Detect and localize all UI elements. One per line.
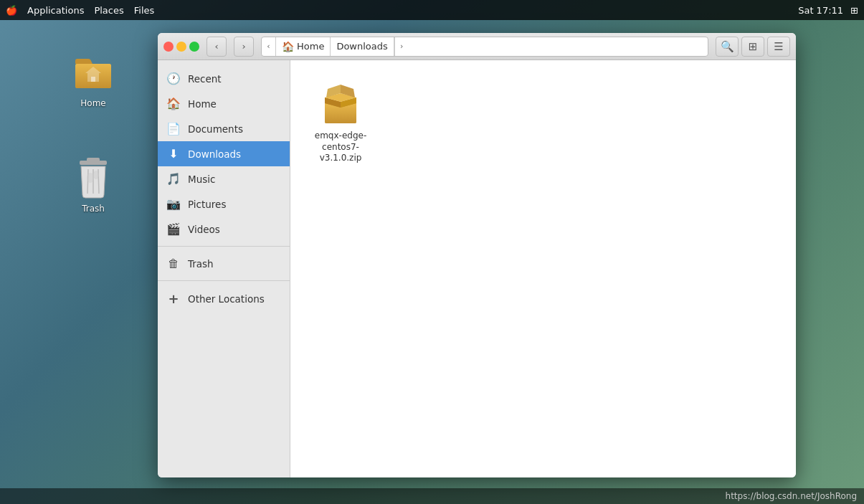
home-icon-label: Home — [77, 98, 108, 109]
svg-rect-4 — [91, 77, 95, 82]
breadcrumb-home-label: Home — [297, 41, 324, 52]
grid-view-button[interactable]: ⊞ — [741, 37, 764, 57]
zip-file-icon — [318, 80, 364, 126]
sidebar-item-music-label: Music — [188, 173, 215, 185]
sidebar-item-downloads-label: Downloads — [188, 148, 241, 160]
taskbar: 🍎 Applications Places Files Sat 17:11 ⊞ — [0, 0, 864, 20]
trash-icon-label: Trash — [79, 203, 108, 214]
breadcrumb-downloads-label: Downloads — [336, 41, 387, 52]
sidebar-item-recent-label: Recent — [188, 73, 222, 85]
home-folder-icon — [70, 49, 116, 95]
file-name-label: emqx-edge-centos7-v3.1.0.zip — [310, 130, 371, 164]
sidebar-item-documents-label: Documents — [188, 123, 243, 135]
sidebar-divider-2 — [158, 280, 290, 281]
sidebar: 🕐 Recent 🏠 Home 📄 Documents ⬇ Downloads … — [158, 60, 290, 477]
breadcrumb-downloads[interactable]: Downloads — [331, 37, 394, 56]
toolbar-icons: 🔍 ⊞ ☰ — [716, 37, 790, 57]
home-breadcrumb-icon: 🏠 — [282, 41, 294, 52]
maximize-button[interactable] — [189, 42, 199, 52]
close-button[interactable] — [163, 42, 174, 52]
file-item[interactable]: emqx-edge-centos7-v3.1.0.zip — [305, 75, 376, 170]
sidebar-divider — [158, 246, 290, 247]
search-icon: 🔍 — [721, 40, 734, 53]
home-sidebar-icon: 🏠 — [166, 97, 181, 110]
downloads-icon: ⬇ — [166, 147, 181, 161]
taskbar-places[interactable]: Places — [94, 5, 123, 16]
sidebar-item-videos-label: Videos — [188, 224, 220, 235]
back-button[interactable]: ‹ — [206, 37, 227, 57]
list-icon: ☰ — [774, 40, 783, 53]
url-text: https://blog.csdn.net/JoshRong — [726, 491, 857, 501]
taskbar-time: Sat 17:11 — [798, 5, 843, 16]
taskbar-applications[interactable]: Applications — [27, 5, 84, 16]
url-bar: https://blog.csdn.net/JoshRong — [0, 488, 864, 504]
title-bar: ‹ › ‹ 🏠 Home Downloads › 🔍 ⊞ ☰ — [158, 33, 796, 60]
trash-icon — [70, 154, 116, 200]
sidebar-item-pictures-label: Pictures — [188, 199, 226, 210]
sidebar-item-pictures[interactable]: 📷 Pictures — [158, 191, 290, 217]
breadcrumb-left-arrow[interactable]: ‹ — [262, 37, 276, 56]
grid-icon: ⊞ — [749, 40, 758, 53]
sidebar-item-other-locations-label: Other Locations — [188, 293, 265, 305]
network-icon: ⊞ — [850, 5, 858, 16]
sidebar-item-trash-label: Trash — [188, 258, 214, 270]
svg-point-10 — [87, 173, 94, 183]
taskbar-apple-icon[interactable]: 🍎 — [6, 5, 17, 16]
trash-sidebar-icon: 🗑 — [166, 257, 181, 270]
sidebar-item-home-label: Home — [188, 98, 217, 110]
svg-rect-6 — [87, 158, 100, 162]
main-content: 🕐 Recent 🏠 Home 📄 Documents ⬇ Downloads … — [158, 60, 796, 477]
sidebar-item-other-locations[interactable]: + Other Locations — [158, 285, 290, 312]
taskbar-files[interactable]: Files — [134, 5, 155, 16]
breadcrumb-bar: ‹ 🏠 Home Downloads › — [261, 37, 708, 57]
other-locations-icon: + — [166, 291, 181, 306]
breadcrumb-right-arrow[interactable]: › — [394, 37, 409, 56]
sidebar-item-documents[interactable]: 📄 Documents — [158, 116, 290, 141]
pictures-icon: 📷 — [166, 197, 181, 211]
documents-icon: 📄 — [166, 122, 181, 135]
svg-point-11 — [93, 171, 99, 179]
taskbar-left: 🍎 Applications Places Files — [6, 5, 154, 16]
videos-icon: 🎬 — [166, 222, 181, 236]
list-view-button[interactable]: ☰ — [767, 37, 790, 57]
forward-button[interactable]: › — [234, 37, 254, 57]
breadcrumb-home[interactable]: 🏠 Home — [276, 37, 331, 56]
minimize-button[interactable] — [176, 42, 186, 52]
search-button[interactable]: 🔍 — [716, 37, 739, 57]
sidebar-item-videos[interactable]: 🎬 Videos — [158, 217, 290, 242]
files-area: emqx-edge-centos7-v3.1.0.zip — [290, 60, 796, 477]
sidebar-item-recent[interactable]: 🕐 Recent — [158, 66, 290, 91]
desktop-icon-trash[interactable]: Trash — [61, 154, 125, 214]
music-icon: 🎵 — [166, 172, 181, 186]
sidebar-item-music[interactable]: 🎵 Music — [158, 166, 290, 191]
taskbar-right: Sat 17:11 ⊞ — [798, 5, 858, 16]
file-manager-window: ‹ › ‹ 🏠 Home Downloads › 🔍 ⊞ ☰ — [158, 33, 796, 477]
recent-icon: 🕐 — [166, 72, 181, 85]
sidebar-item-home[interactable]: 🏠 Home — [158, 91, 290, 116]
sidebar-item-trash[interactable]: 🗑 Trash — [158, 251, 290, 276]
desktop-icon-home[interactable]: Home — [61, 49, 125, 109]
sidebar-item-downloads[interactable]: ⬇ Downloads — [158, 141, 290, 166]
